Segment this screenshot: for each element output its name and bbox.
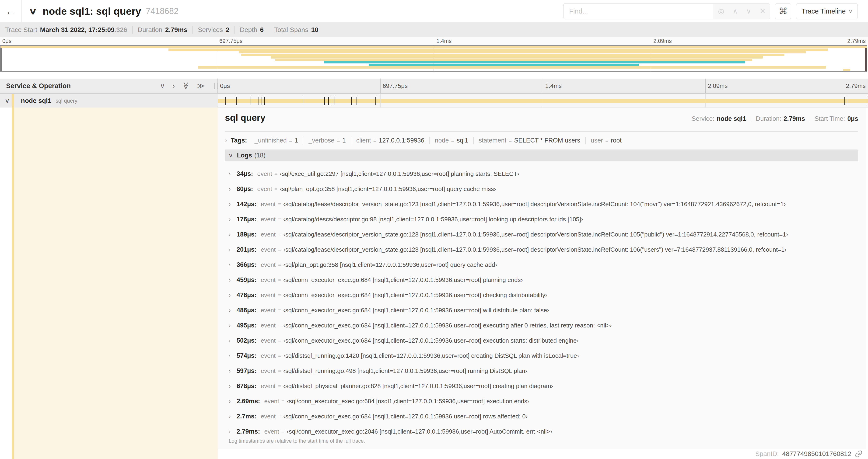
log-toggle-chevron-icon[interactable]: › xyxy=(229,216,237,223)
tags-row[interactable]: › Tags: _unfinished=1_verbose=1client=12… xyxy=(225,137,858,144)
log-row[interactable]: ›495μs:event=‹sql/conn_executor_exec.go:… xyxy=(229,318,858,333)
log-row[interactable]: ›476μs:event=‹sql/conn_executor_exec.go:… xyxy=(229,288,858,303)
log-event-message: ‹sql/conn_executor_exec.go:684 [nsql1,cl… xyxy=(283,413,528,420)
log-toggle-chevron-icon[interactable]: › xyxy=(229,383,237,390)
log-row[interactable]: ›189μs:event=‹sql/catalog/lease/descript… xyxy=(229,227,858,242)
log-marker-tick[interactable] xyxy=(328,97,329,105)
log-marker-tick[interactable] xyxy=(265,97,265,105)
log-row[interactable]: ›597μs:event=‹sql/distsql_running.go:498… xyxy=(229,363,858,379)
log-marker-tick[interactable] xyxy=(351,97,352,105)
log-row[interactable]: ›176μs:event=‹sql/catalog/descs/descript… xyxy=(229,212,858,227)
log-marker-tick[interactable] xyxy=(261,97,262,105)
next-match-icon[interactable]: ∨ xyxy=(746,8,751,15)
find-input[interactable] xyxy=(563,4,714,19)
log-toggle-chevron-icon[interactable]: › xyxy=(229,352,237,359)
clear-search-icon[interactable]: ✕ xyxy=(760,8,766,15)
log-toggle-chevron-icon[interactable]: › xyxy=(229,307,237,314)
log-row[interactable]: ›80μs:event=‹sql/plan_opt.go:358 [nsql1,… xyxy=(229,182,858,197)
log-marker-tick[interactable] xyxy=(333,97,333,105)
log-toggle-chevron-icon[interactable]: › xyxy=(229,170,237,177)
span-row-name-column[interactable]: ∨ node sql1 sql query xyxy=(0,94,218,107)
trace-view-select[interactable]: Trace Timeline ∨ xyxy=(796,3,858,19)
log-event-message: ‹sql/conn_executor_exec.go:684 [nsql1,cl… xyxy=(283,337,579,344)
log-timestamp: 486μs: xyxy=(237,307,257,314)
log-row[interactable]: ›2.7ms:event=‹sql/conn_executor_exec.go:… xyxy=(229,409,858,424)
log-toggle-chevron-icon[interactable]: › xyxy=(229,201,237,208)
tag-equals: = xyxy=(451,138,454,144)
log-marker-tick[interactable] xyxy=(225,97,226,105)
log-event-key: event xyxy=(257,170,272,177)
back-button[interactable]: ← xyxy=(0,0,22,22)
log-row[interactable]: ›201μs:event=‹sql/catalog/lease/descript… xyxy=(229,242,858,257)
span-collapse-chevron-icon[interactable]: ∨ xyxy=(5,97,10,104)
depth-value: 6 xyxy=(260,26,264,34)
log-event-message: ‹sql/conn_executor_exec.go:684 [nsql1,cl… xyxy=(283,276,523,284)
span-id-value: 4877749850101760812 xyxy=(782,450,851,458)
minimap-tick-label: 697.75μs xyxy=(219,38,242,44)
log-marker-tick[interactable] xyxy=(258,97,259,105)
tag-item: _unfinished=1 xyxy=(249,137,303,144)
log-marker-tick[interactable] xyxy=(335,97,335,105)
log-row[interactable]: ›486μs:event=‹sql/conn_executor_exec.go:… xyxy=(229,303,858,318)
detail-duration-value: 2.79ms xyxy=(783,115,805,123)
expand-one-level-icon[interactable]: ∨ xyxy=(160,82,165,89)
log-marker-tick[interactable] xyxy=(844,97,845,105)
log-marker-tick[interactable] xyxy=(303,97,303,105)
log-row[interactable]: ›34μs:event=‹sql/exec_util.go:2297 [nsql… xyxy=(229,166,858,182)
log-toggle-chevron-icon[interactable]: › xyxy=(229,231,237,238)
log-toggle-chevron-icon[interactable]: › xyxy=(229,322,237,329)
logs-header[interactable]: ∨ Logs (18) xyxy=(225,150,858,161)
log-row[interactable]: ›502μs:event=‹sql/conn_executor_exec.go:… xyxy=(229,333,858,348)
log-toggle-chevron-icon[interactable]: › xyxy=(229,276,237,284)
tags-list: _unfinished=1_verbose=1client=127.0.0.1:… xyxy=(249,137,627,144)
trace-id: 7418682 xyxy=(146,6,179,16)
column-resizer-grip[interactable] xyxy=(214,83,217,89)
log-marker-tick[interactable] xyxy=(251,97,251,105)
log-marker-tick[interactable] xyxy=(324,97,325,105)
log-toggle-chevron-icon[interactable]: › xyxy=(229,367,237,374)
log-marker-tick[interactable] xyxy=(236,97,237,105)
minimap-tick-labels: 0μs697.75μs1.4ms2.09ms2.79ms xyxy=(0,37,868,45)
log-row[interactable]: ›574μs:event=‹sql/distsql_running.go:142… xyxy=(229,348,858,363)
log-row[interactable]: ›142μs:event=‹sql/catalog/lease/descript… xyxy=(229,197,858,212)
logs-footnote: Log timestamps are relative to the start… xyxy=(229,438,365,444)
span-row-timeline[interactable] xyxy=(218,94,868,107)
log-marker-tick[interactable] xyxy=(847,97,847,105)
service-operation-header: Service & Operation ∨ › ≫ ≫ xyxy=(0,78,218,93)
collapse-all-icon[interactable]: ≫ xyxy=(197,82,205,89)
log-event-key: event xyxy=(257,186,272,193)
minimap-left-scrubber[interactable] xyxy=(0,46,2,71)
log-timestamp: 366μs: xyxy=(237,261,257,268)
logs-toggle-chevron-icon[interactable]: ∨ xyxy=(228,152,233,159)
log-toggle-chevron-icon[interactable]: › xyxy=(229,413,237,420)
log-marker-tick[interactable] xyxy=(331,97,331,105)
log-toggle-chevron-icon[interactable]: › xyxy=(229,428,237,435)
log-toggle-chevron-icon[interactable]: › xyxy=(229,261,237,268)
log-row[interactable]: ›2.79ms:event=‹sql/conn_executor_exec.go… xyxy=(229,424,858,439)
link-icon[interactable] xyxy=(855,450,862,458)
log-row[interactable]: ›459μs:event=‹sql/conn_executor_exec.go:… xyxy=(229,272,858,288)
collapse-one-level-icon[interactable]: › xyxy=(173,82,175,89)
tags-toggle-chevron-icon[interactable]: › xyxy=(225,137,227,144)
log-marker-tick[interactable] xyxy=(375,97,376,105)
trace-collapse-chevron-icon[interactable]: ∨ xyxy=(28,6,37,16)
log-event-key: event xyxy=(261,246,276,253)
expand-all-icon[interactable]: ≫ xyxy=(183,82,189,89)
prev-match-icon[interactable]: ∧ xyxy=(733,8,738,15)
log-row[interactable]: ›2.69ms:event=‹sql/conn_executor_exec.go… xyxy=(229,394,858,409)
log-toggle-chevron-icon[interactable]: › xyxy=(229,292,237,299)
log-row[interactable]: ›366μs:event=‹sql/plan_opt.go:358 [nsql1… xyxy=(229,257,858,272)
minimap-right-scrubber[interactable] xyxy=(865,46,867,71)
locate-icon[interactable]: ◎ xyxy=(718,8,724,15)
log-row[interactable]: ›678μs:event=‹sql/distsql_physical_plann… xyxy=(229,379,858,394)
log-toggle-chevron-icon[interactable]: › xyxy=(229,398,237,405)
tag-key: node xyxy=(435,137,449,144)
minimap-span-graph[interactable] xyxy=(0,45,867,72)
timeline-tick-label: 0μs xyxy=(220,82,230,90)
log-toggle-chevron-icon[interactable]: › xyxy=(229,337,237,344)
span-accent-strip xyxy=(12,107,14,459)
log-toggle-chevron-icon[interactable]: › xyxy=(229,186,237,193)
keyboard-shortcuts-button[interactable]: ⌘ xyxy=(775,3,791,19)
log-marker-tick[interactable] xyxy=(356,97,357,105)
log-toggle-chevron-icon[interactable]: › xyxy=(229,246,237,253)
